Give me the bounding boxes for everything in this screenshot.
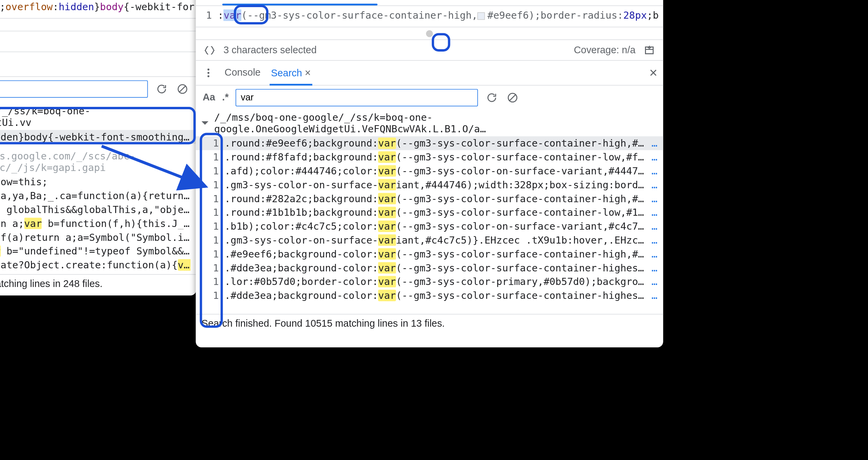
format-icon[interactable]: [203, 43, 217, 57]
close-drawer-icon[interactable]: ×: [649, 65, 658, 81]
result-row[interactable]: 5…ator",function(a){if(a)return a;a=Symb…: [0, 230, 196, 244]
svg-point-23: [207, 75, 209, 77]
result-row[interactable]: 1.round:#f8fafd;background:var(--gm3-sys…: [196, 150, 663, 164]
disclosure-icon: [202, 121, 208, 125]
result-row[interactable]: 1.gm3-sys-color-on-surface-variant,#4447…: [196, 178, 663, 192]
svg-point-22: [207, 72, 209, 74]
result-file-header[interactable]: cb=gapi.loaded_0 — apis.google.com/_/scs…: [0, 149, 196, 175]
result-row[interactable]: 1…unction(_){var window=this;: [0, 175, 196, 189]
result-row[interactable]: 1.round:#282a2c;background:var(--gm3-sys…: [196, 192, 663, 206]
coverage-status: Coverage: n/a: [574, 44, 635, 56]
result-row[interactable]: 1.lor:#0b57d0;border-color:var(--gm3-sys…: [196, 275, 663, 289]
search-input[interactable]: [236, 89, 478, 106]
result-row[interactable]: 7…==typeof Object.create?Object.create:f…: [0, 258, 196, 272]
result-row[interactable]: 1.gm3-sys-color-on-surface-variant,#c4c7…: [196, 233, 663, 247]
coverage-icon[interactable]: [642, 43, 656, 57]
result-row[interactable]: 1.afd);color:#444746;color:var(--gm3-sys…: [196, 164, 663, 178]
code-editor[interactable]: 1 :var(--gm3-sys-color-surface-container…: [196, 6, 663, 27]
search-controls: Aa .*: [196, 85, 663, 110]
drawer-tab-search[interactable]: Search ×: [270, 61, 312, 85]
editor-status: Line 1, Column 6645: [0, 31, 196, 52]
breakpoint-lane: [196, 27, 663, 39]
refresh-icon[interactable]: [155, 82, 169, 96]
editor-status: 3 characters selected Coverage: n/a: [196, 39, 663, 60]
result-row[interactable]: 2var ia,ja,la,sa,ta,xa,ya,Ba;_.ca=functi…: [0, 189, 196, 203]
breakpoint-dot[interactable]: [426, 30, 433, 37]
result-row[interactable]: 4…ction(a){if(a)return a;var b=function(…: [0, 216, 196, 230]
drawer-tabs: Console Search ×: [0, 52, 196, 77]
breakpoint-lane: [0, 18, 196, 31]
drawer-tabs: Console Search × ×: [196, 60, 663, 85]
refresh-icon[interactable]: [485, 91, 499, 105]
svg-line-9: [179, 85, 186, 92]
result-file-header[interactable]: /_/mss/boq-one-google/_/ss/k=boq-one-goo…: [196, 110, 663, 136]
search-input[interactable]: [0, 80, 148, 98]
result-row[interactable]: 1.round:#1b1b1b;background:var(--gm3-sys…: [196, 206, 663, 219]
search-results: /_/mss/boq-one-google/_/ss/k=boq-one-goo…: [0, 101, 196, 274]
drawer-tab-console[interactable]: Console: [223, 61, 262, 84]
clear-icon[interactable]: [176, 82, 189, 96]
result-row[interactable]: 1.#dde3ea;background-color:var(--gm3-sys…: [196, 261, 663, 275]
drawer-menu-icon[interactable]: [202, 66, 216, 80]
clear-icon[interactable]: [506, 91, 520, 105]
code-line: :var(--gm3-sys-color-surface-container-h…: [218, 8, 663, 22]
search-controls: Aa .*: [0, 77, 196, 101]
close-drawer-tab-icon[interactable]: ×: [305, 67, 311, 78]
search-footer: Search finished. Found 10515 matching li…: [196, 314, 663, 333]
selection-status: 3 characters selected: [223, 44, 317, 56]
file-tab[interactable]: /_/mss/boq-one-…uthview,_b,_tp ×: [222, 0, 377, 5]
match-case-toggle[interactable]: Aa: [203, 92, 215, 103]
file-tabs: /_/mss/boq-one-…uthview,_b,_tp ×: [196, 0, 663, 6]
result-row[interactable]: 6_.ua=function(a){var b="undefined"!=typ…: [0, 244, 196, 258]
result-row[interactable]: 1.#dde3ea;background-color:var(--gm3-sys…: [196, 289, 663, 303]
svg-point-21: [207, 69, 209, 71]
search-footer: Search finished. Found 5620 matching lin…: [0, 274, 196, 293]
result-file-header[interactable]: /_/mss/boq-one-google/_/ss/k=boq-one-goo…: [0, 103, 196, 130]
line-number: 1: [196, 8, 218, 22]
result-row[interactable]: 1…t:100%;overflow:hidden}body{-webkit-fo…: [0, 130, 196, 144]
svg-line-25: [509, 94, 516, 101]
code-editor[interactable]: 1 html,body{height:100%;overflow:hidden}…: [0, 0, 196, 18]
result-row[interactable]: 1.b1b);color:#c4c7c5;color:var(--gm3-sys…: [196, 219, 663, 233]
result-row[interactable]: 1.round:#e9eef6;background:var(--gm3-sys…: [196, 136, 663, 150]
code-line: html,body{height:100%;overflow:hidden}bo…: [0, 0, 196, 14]
regex-toggle[interactable]: .*: [222, 92, 228, 103]
search-results: /_/mss/boq-one-google/_/ss/k=boq-one-goo…: [196, 110, 663, 314]
result-row[interactable]: 1.#e9eef6;background-color:var(--gm3-sys…: [196, 247, 663, 261]
result-row[interactable]: 3…a=["object"==typeof globalThis&&global…: [0, 203, 196, 216]
